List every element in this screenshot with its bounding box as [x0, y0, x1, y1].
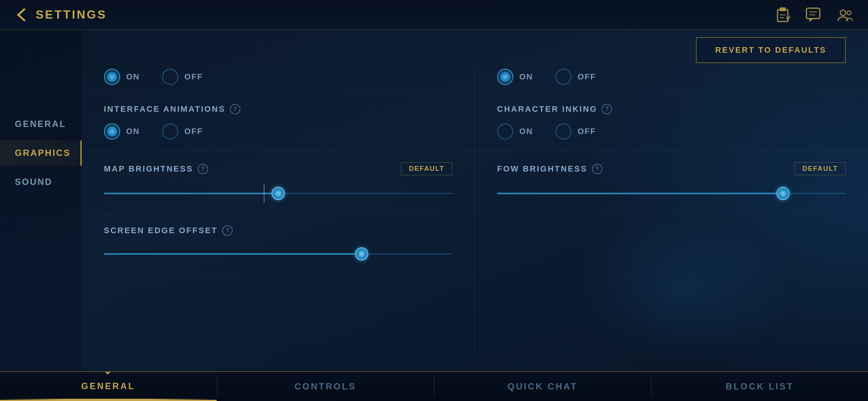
map-brightness-help-icon[interactable]: ? [198, 164, 208, 174]
map-brightness-cursor [264, 184, 264, 203]
fow-brightness-title-group: FOW BRIGHTNESS ? [497, 164, 602, 174]
character-inking-on[interactable]: ON [497, 123, 533, 140]
svg-rect-5 [806, 8, 820, 19]
fow-brightness-slider[interactable] [497, 184, 846, 203]
nav-item-controls[interactable]: CONTROLS [217, 372, 434, 401]
nav-item-quick-chat[interactable]: QUICK CHAT [434, 372, 651, 401]
clipboard-icon[interactable] [775, 7, 791, 23]
map-brightness-fill [104, 193, 278, 194]
fow-brightness-thumb[interactable] [776, 187, 790, 200]
sidebar-item-graphics[interactable]: GRAPHICS [0, 140, 82, 166]
radio-on-top-right[interactable] [497, 69, 513, 85]
radio-character-on[interactable] [497, 123, 513, 140]
svg-marker-8 [809, 19, 813, 22]
fow-brightness-section: FOW BRIGHTNESS ? DEFAULT [475, 151, 868, 214]
nav-item-general[interactable]: ⌄ GENERAL [0, 372, 217, 401]
radio-interface-off[interactable] [162, 123, 178, 140]
friends-icon[interactable] [837, 7, 853, 23]
map-brightness-section: MAP BRIGHTNESS ? DEFAULT [82, 151, 474, 214]
map-brightness-header: MAP BRIGHTNESS ? DEFAULT [104, 162, 452, 175]
sidebar-item-sound[interactable]: SOUND [0, 169, 82, 195]
page-title: SETTINGS [36, 8, 107, 22]
nav-item-block-list[interactable]: BLOCK LIST [652, 372, 868, 401]
character-inking-off[interactable]: OFF [555, 123, 596, 140]
screen-edge-offset-help-icon[interactable]: ? [222, 225, 233, 236]
screen-edge-offset-slider[interactable] [104, 245, 452, 263]
settings-panel-left: ON OFF INTERFACE ANIMATIONS ? [82, 71, 475, 356]
toggle-option-off-top-left[interactable]: OFF [162, 69, 203, 85]
interface-animations-toggles: ON OFF [104, 123, 452, 140]
character-inking-toggles: ON OFF [497, 123, 846, 140]
interface-animations-on[interactable]: ON [104, 123, 140, 140]
settings-panel-right: ON OFF CHARACTER INKING ? [475, 71, 868, 356]
back-chevron-icon [15, 7, 30, 22]
character-inking-header: CHARACTER INKING ? [497, 104, 846, 114]
map-brightness-default-badge[interactable]: DEFAULT [401, 162, 452, 175]
nav-chevron-down-icon: ⌄ [103, 365, 113, 377]
settings-grid: ON OFF INTERFACE ANIMATIONS ? [82, 71, 868, 371]
interface-animations-header: INTERFACE ANIMATIONS ? [104, 104, 452, 114]
toggle-option-on-top-left[interactable]: ON [104, 69, 140, 85]
fow-brightness-header: FOW BRIGHTNESS ? DEFAULT [497, 162, 846, 175]
toggle-option-off-top-right[interactable]: OFF [555, 69, 596, 85]
sidebar-item-general[interactable]: GENERAL [0, 111, 82, 137]
svg-rect-1 [777, 10, 788, 22]
character-inking-help-icon[interactable]: ? [602, 104, 612, 114]
interface-animations-help-icon[interactable]: ? [230, 104, 240, 114]
svg-rect-2 [780, 7, 786, 11]
screen-edge-offset-section: SCREEN EDGE OFFSET ? [82, 214, 474, 275]
fow-brightness-help-icon[interactable]: ? [592, 164, 602, 174]
header: SETTINGS [0, 0, 868, 30]
map-brightness-slider[interactable] [104, 184, 452, 203]
fow-brightness-track [497, 193, 846, 194]
top-partial-left: ON OFF [82, 71, 474, 93]
top-partial-right: ON OFF [475, 71, 868, 93]
map-brightness-title-group: MAP BRIGHTNESS ? [104, 164, 208, 174]
radio-character-off[interactable] [555, 123, 572, 140]
map-brightness-thumb[interactable] [272, 187, 285, 200]
header-icons [775, 7, 853, 23]
revert-defaults-button[interactable]: REVERT TO DEFAULTS [696, 37, 846, 63]
sidebar: GENERAL GRAPHICS SOUND [0, 30, 82, 371]
radio-off-top-left[interactable] [162, 69, 178, 85]
screen-edge-offset-track [104, 253, 452, 255]
radio-on-top-left[interactable] [104, 69, 120, 85]
chat-icon[interactable] [806, 7, 822, 23]
svg-point-9 [840, 10, 846, 16]
screen-edge-offset-thumb[interactable] [355, 247, 368, 261]
interface-animations-off[interactable]: OFF [162, 123, 203, 140]
screen-edge-offset-title-group: SCREEN EDGE OFFSET ? [104, 225, 233, 236]
radio-interface-on[interactable] [104, 123, 120, 140]
radio-off-top-right[interactable] [555, 69, 572, 85]
svg-marker-0 [17, 8, 26, 22]
fow-brightness-default-badge[interactable]: DEFAULT [795, 162, 846, 175]
revert-bar: REVERT TO DEFAULTS [82, 30, 868, 71]
bottom-nav: ⌄ GENERAL CONTROLS QUICK CHAT BLOCK LIST [0, 371, 868, 401]
screen-edge-offset-fill [104, 253, 362, 255]
main-content: REVERT TO DEFAULTS ON OFF [82, 30, 868, 371]
toggle-option-on-top-right[interactable]: ON [497, 69, 533, 85]
back-button[interactable]: SETTINGS [15, 7, 107, 22]
character-inking-section: CHARACTER INKING ? ON OFF [475, 93, 868, 151]
screen-edge-offset-header: SCREEN EDGE OFFSET ? [104, 225, 452, 236]
fow-brightness-fill [497, 193, 783, 194]
interface-animations-section: INTERFACE ANIMATIONS ? ON OFF [82, 93, 474, 151]
svg-point-10 [847, 11, 851, 15]
